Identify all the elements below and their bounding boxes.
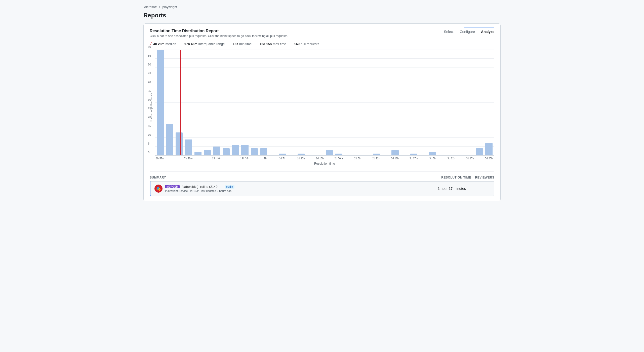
bar-group[interactable]: [297, 50, 306, 155]
bar-group[interactable]: [447, 50, 456, 155]
x-tick: 1d 7h: [278, 157, 287, 160]
tab-configure[interactable]: Configure: [460, 29, 475, 35]
bar-group[interactable]: [184, 50, 193, 155]
bar-group[interactable]: [156, 50, 165, 155]
bar[interactable]: [260, 148, 267, 155]
breadcrumb-repo[interactable]: playwright: [163, 5, 177, 9]
bar[interactable]: [410, 154, 417, 155]
y-tick: 30: [148, 98, 151, 101]
summary-section: Summary Resolution Time Reviewers 🎭 MERG…: [150, 171, 494, 196]
bar[interactable]: [232, 145, 239, 155]
bar-group[interactable]: [222, 50, 230, 155]
tab-select[interactable]: Select: [444, 29, 454, 35]
bar[interactable]: [373, 154, 380, 155]
bar[interactable]: [326, 150, 333, 155]
breadcrumb-separator: /: [159, 5, 160, 9]
summary-rows: 🎭 MERGED feat(webkit): roll to r2149 → m…: [150, 181, 494, 196]
bar[interactable]: [429, 152, 436, 155]
bar-group[interactable]: [165, 50, 174, 155]
bar-group[interactable]: [334, 50, 343, 155]
bar-group[interactable]: [175, 50, 184, 155]
bar[interactable]: [213, 147, 220, 155]
bar[interactable]: [485, 143, 492, 155]
stat-min: 16s min time: [233, 42, 252, 46]
report-subtitle: Click a bar to see associated pull reque…: [150, 34, 288, 38]
stats-row: ╱ 4h 28m median 17h 46m interquartile ra…: [150, 42, 494, 46]
y-tick: 5: [148, 142, 149, 145]
bar[interactable]: [157, 50, 164, 155]
chart-plot[interactable]: 051015202530354045505560: [155, 50, 494, 156]
bar-group[interactable]: [269, 50, 277, 155]
bar-group[interactable]: [259, 50, 268, 155]
bar-group[interactable]: [306, 50, 315, 155]
bar[interactable]: [204, 150, 211, 155]
bar-group[interactable]: [353, 50, 362, 155]
bar[interactable]: [241, 145, 248, 155]
bar-group[interactable]: [203, 50, 212, 155]
bar[interactable]: [185, 139, 192, 155]
bar-group[interactable]: [278, 50, 287, 155]
chart-inner: 051015202530354045505560 1h 57m7h 48m13h…: [155, 50, 494, 165]
bar-group[interactable]: [437, 50, 446, 155]
reviewers-header: Reviewers: [475, 176, 494, 179]
bar-group[interactable]: [212, 50, 221, 155]
bar-group[interactable]: [250, 50, 259, 155]
breadcrumb-org[interactable]: Microsoft: [143, 5, 157, 9]
bar-group[interactable]: [325, 50, 334, 155]
bar-group[interactable]: [419, 50, 428, 155]
bar[interactable]: [166, 124, 173, 155]
x-tick: [287, 157, 296, 160]
y-tick: 15: [148, 124, 151, 127]
bar-group[interactable]: [466, 50, 474, 155]
bar-group[interactable]: [485, 50, 493, 155]
bars-container: [155, 50, 494, 155]
bar-group[interactable]: [287, 50, 296, 155]
tab-analyze[interactable]: Analyze: [481, 29, 494, 35]
bar[interactable]: [251, 148, 258, 155]
y-tick: 50: [148, 63, 151, 66]
bar-group[interactable]: [315, 50, 324, 155]
bar[interactable]: [298, 154, 305, 155]
bar[interactable]: [223, 148, 230, 155]
bar-group[interactable]: [193, 50, 202, 155]
stat-min-label: min time: [239, 42, 252, 46]
bar-group[interactable]: [231, 50, 240, 155]
stat-max-value: 16d 15h: [260, 42, 272, 46]
page-title: Reports: [143, 12, 501, 19]
bar[interactable]: [391, 150, 398, 155]
x-tick: 2d 50m: [334, 157, 343, 160]
tab-active-indicator: [464, 27, 494, 27]
pr-status-badge: MERGED: [165, 185, 180, 188]
pr-title[interactable]: feat(webkit): roll to r2149: [182, 185, 218, 189]
table-row[interactable]: 🎭 MERGED feat(webkit): roll to r2149 → m…: [150, 181, 494, 196]
stat-prs-value: 169: [294, 42, 300, 46]
bar-group[interactable]: [428, 50, 437, 155]
bar-group[interactable]: [363, 50, 371, 155]
bar-group[interactable]: [372, 50, 381, 155]
chart-container: Number of pull requests 0510152025303540…: [150, 50, 494, 165]
pr-arrow: →: [220, 185, 223, 189]
bar[interactable]: [176, 132, 183, 155]
stat-prs-label: pull requests: [301, 42, 319, 46]
resolution-time-header: Resolution Time: [441, 176, 471, 179]
bar[interactable]: [279, 154, 286, 155]
bar[interactable]: [194, 152, 202, 155]
bar[interactable]: [335, 154, 342, 155]
bar-group[interactable]: [381, 50, 390, 155]
x-tick: 3d 6h: [428, 157, 437, 160]
stat-prs: 169 pull requests: [294, 42, 319, 46]
bar-group[interactable]: [456, 50, 465, 155]
pr-info: 🎭 MERGED feat(webkit): roll to r2149 → m…: [154, 185, 427, 193]
pr-top: MERGED feat(webkit): roll to r2149 → mai…: [165, 185, 234, 189]
bar-group[interactable]: [475, 50, 484, 155]
x-tick: [325, 157, 334, 160]
bar-group[interactable]: [344, 50, 352, 155]
bar-group[interactable]: [409, 50, 418, 155]
x-tick: [203, 157, 212, 160]
summary-header: Summary Resolution Time Reviewers: [150, 176, 494, 179]
bar[interactable]: [476, 148, 483, 155]
bar-group[interactable]: [240, 50, 249, 155]
bar-group[interactable]: [400, 50, 409, 155]
bar-group[interactable]: [391, 50, 399, 155]
pr-branch[interactable]: main: [225, 185, 235, 189]
